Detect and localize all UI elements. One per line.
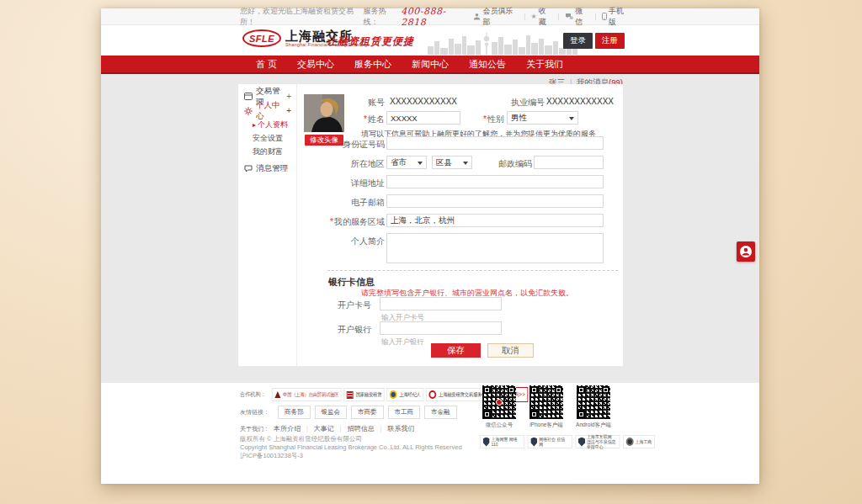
profile-panel: 交易管理 + 个人中心 + ▸ 个人资料 安全设置 我的财富 <box>238 84 623 366</box>
save-button[interactable]: 保存 <box>431 343 481 358</box>
cert-badge-shanghai-aic[interactable]: 上海工商 <box>623 435 655 448</box>
red-square-logo-icon <box>347 391 354 399</box>
friend-link-finance[interactable]: 市金融 <box>424 406 457 419</box>
shield-icon <box>578 438 585 447</box>
account-label: 账号 <box>297 97 385 109</box>
topbar-link-favorite[interactable]: ★ 收藏 <box>531 6 553 28</box>
hotline-number: 400-888-2818 <box>401 6 467 28</box>
nav-item-home[interactable]: 首 页 <box>246 58 287 71</box>
sidebar-item-my-wealth[interactable]: 我的财富 <box>238 145 296 158</box>
account-value: XXXXXXXXXXXX <box>390 97 457 106</box>
license-label: 执业编号 <box>511 97 545 109</box>
partner-badge-ftz[interactable]: 中国（上海）自由贸易试验区 <box>272 388 342 401</box>
android-qr-code <box>577 385 610 419</box>
bank-card-input[interactable] <box>380 297 502 310</box>
partner-badge-shanghai-broker[interactable]: 上海经纪人 <box>386 388 423 401</box>
slogan-text: 让融资租赁更便捷 <box>327 34 414 49</box>
wechat-icon <box>565 13 573 20</box>
name-input[interactable] <box>386 111 460 125</box>
bank-name-hint: 输入开户银行 <box>381 337 424 347</box>
expand-icon[interactable]: + <box>286 107 291 115</box>
id-number-input[interactable] <box>386 136 604 150</box>
cancel-button[interactable]: 取消 <box>487 343 534 358</box>
about-link-milestones[interactable]: 大事记 <box>314 424 334 433</box>
nav-item-service-center[interactable]: 服务中心 <box>344 58 402 71</box>
friend-link-mofcom[interactable]: 商务部 <box>278 406 311 419</box>
login-button[interactable]: 登录 <box>563 33 593 49</box>
logo-badge: SFLE <box>242 29 281 47</box>
partners-label: 合作机构： <box>240 390 266 399</box>
qr-label-android: Android客户端 <box>576 422 611 429</box>
wechat-logo-dot <box>496 399 503 406</box>
intro-label: 个人简介 <box>297 236 385 247</box>
divider <box>524 13 525 20</box>
certification-badges: 上海网警 网络110 网络社会 征信网 上海市互联网 违法与不良信息 举报中心 … <box>480 435 655 448</box>
round-logo-icon <box>390 390 397 399</box>
shield-icon <box>483 438 490 447</box>
address-input[interactable] <box>386 175 604 188</box>
service-area-input[interactable] <box>386 214 604 227</box>
about-link-contact[interactable]: 联系我们 <box>388 424 415 433</box>
nav-item-notices[interactable]: 通知公告 <box>459 58 516 71</box>
friend-links-row: 友情链接： 商务部 银监会 市商委 市工商 市金融 <box>240 406 457 419</box>
bank-card-label: 开户卡号 <box>297 300 371 311</box>
page-window: 您好，欢迎光临上海融资租赁交易所！ 服务热线： 400-888-2818 会员俱… <box>101 8 759 484</box>
sidebar-item-security-settings[interactable]: 安全设置 <box>238 131 296 145</box>
about-label: 关于我们： <box>240 425 269 433</box>
topbar-link-wechat[interactable]: 微信 <box>565 6 589 28</box>
intro-textarea[interactable] <box>386 233 604 263</box>
partner-badge-national-leasing[interactable]: 国家融资租赁 <box>344 388 385 401</box>
gender-select[interactable]: 男性 <box>507 111 578 125</box>
hotline-label: 服务热线： <box>363 6 399 28</box>
main-nav: 首 页 交易中心 服务中心 新闻中心 通知公告 关于我们 <box>101 56 759 74</box>
nav-item-about-us[interactable]: 关于我们 <box>516 58 573 71</box>
footer: 合作机构： 中国（上海）自由贸易试验区 国家融资租赁 上海经纪人 上海融资租赁交… <box>101 383 759 484</box>
qr-label-wechat: 微信公众号 <box>482 422 517 429</box>
service-area-label: *我的服务区域 <box>297 216 385 228</box>
window-icon <box>244 93 253 100</box>
copyright-en: Copyright Shanghai Financial Leasing Bro… <box>240 443 462 451</box>
favorite-icon: ★ <box>531 13 537 20</box>
topbar-link-mobile[interactable]: 手机版 <box>602 6 630 28</box>
nav-item-news-center[interactable]: 新闻中心 <box>402 58 459 71</box>
sidebar-item-personal-profile[interactable]: ▸ 个人资料 <box>238 118 296 131</box>
friend-link-cbrc[interactable]: 银监会 <box>315 406 348 419</box>
expand-icon[interactable]: + <box>286 93 291 101</box>
city-skyline-graphic <box>428 31 577 55</box>
license-value: XXXXXXXXXXXX <box>546 97 614 106</box>
customer-service-icon <box>739 245 753 258</box>
chat-bubble-icon <box>244 165 253 172</box>
qr-label-iphone: iPhone客户端 <box>529 422 564 429</box>
province-select[interactable]: 省市 <box>386 156 427 169</box>
cert-badge-cyber-police[interactable]: 上海网警 网络110 <box>480 435 524 448</box>
nav-item-trade-center[interactable]: 交易中心 <box>287 58 344 71</box>
email-input[interactable] <box>386 194 604 208</box>
about-link-jobs[interactable]: 招聘信息 <box>348 424 375 433</box>
about-link-intro[interactable]: 本所介绍 <box>274 424 301 433</box>
bank-name-input[interactable] <box>380 321 502 335</box>
sidebar-item-personal-center[interactable]: 个人中心 + <box>238 103 296 118</box>
email-label: 电子邮箱 <box>297 197 385 209</box>
red-ring-logo-icon <box>429 390 437 399</box>
floating-service-button[interactable] <box>737 241 755 262</box>
qr-codes: 微信公众号 iPhone客户端 Android客户端 <box>482 385 611 429</box>
about-links-row: 关于我们： 本所介绍｜ 大事记｜ 招聘信息｜ 联系我们 <box>240 424 415 433</box>
icp-number: 沪ICP备10013238号-3 <box>240 452 303 460</box>
cert-badge-report-center[interactable]: 上海市互联网 违法与不良信息 举报中心 <box>575 435 620 448</box>
copyright-cn: 版权所有 © 上海融资租赁经纪股份有限公司 <box>240 435 362 443</box>
cert-badge-credit-network[interactable]: 网络社会 征信网 <box>528 435 572 448</box>
region-label: 所在地区 <box>297 158 385 170</box>
triangle-logo-icon <box>274 391 280 398</box>
bank-section-title: 银行卡信息 <box>328 276 375 289</box>
topbar-link-member-club[interactable]: 会员俱乐部 <box>473 6 518 28</box>
wechat-qr-code <box>482 385 516 419</box>
sidebar-item-message-management[interactable]: 消息管理 <box>238 162 296 176</box>
header: SFLE 上海融交所 Shanghai Financial Leasing Ex… <box>101 25 759 56</box>
register-button[interactable]: 注册 <box>595 33 625 49</box>
friend-link-commerce[interactable]: 市商委 <box>351 406 384 419</box>
postcode-input[interactable] <box>534 156 604 169</box>
friend-link-aic[interactable]: 市工商 <box>388 406 421 419</box>
content-area: 张三 | 我的消息(99) 交易管理 + 个人中心 + ▸ 个人资料 <box>101 74 759 383</box>
gear-icon <box>244 107 253 115</box>
mobile-phone-icon <box>602 13 607 20</box>
